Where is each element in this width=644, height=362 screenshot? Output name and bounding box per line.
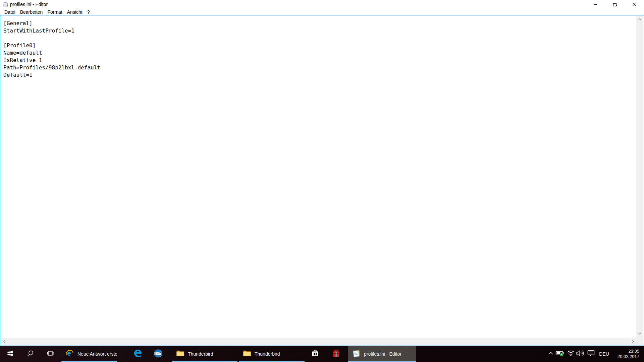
task-view-icon bbox=[47, 350, 54, 358]
scroll-left-icon[interactable] bbox=[2, 339, 7, 346]
editor-line: Path=Profiles/98p2lbxl.default bbox=[3, 64, 637, 71]
editor-line bbox=[3, 35, 637, 42]
thunderbird-icon bbox=[154, 349, 163, 359]
menu-format[interactable]: Format bbox=[45, 9, 64, 15]
chevron-up-icon bbox=[548, 351, 553, 357]
taskbar-ie-label: Neue Antwort erste… bbox=[77, 351, 117, 357]
scroll-down-icon[interactable] bbox=[637, 330, 642, 337]
notepad-icon bbox=[352, 349, 361, 359]
speaker-icon bbox=[576, 350, 585, 358]
vertical-scrollbar[interactable] bbox=[636, 16, 643, 339]
restore-button[interactable] bbox=[605, 0, 625, 9]
taskbar-explorer-label: Thunderbird bbox=[188, 351, 213, 357]
wifi-icon bbox=[567, 350, 575, 358]
editor-line: IsRelative=1 bbox=[3, 57, 637, 64]
action-center-icon bbox=[587, 349, 595, 359]
menu-bearbeiten[interactable]: Bearbeiten bbox=[18, 9, 45, 15]
window-title: profiles.ini - Editor bbox=[10, 2, 48, 7]
taskbar-notepad-window[interactable]: profiles.ini - Editor bbox=[348, 346, 416, 362]
window-controls bbox=[586, 0, 644, 9]
title-bar[interactable]: profiles.ini - Editor bbox=[0, 0, 644, 9]
taskbar-thunderbird-button[interactable] bbox=[148, 346, 168, 362]
notepad-icon bbox=[2, 2, 8, 7]
editor-client-area: [General] StartWithLastProfile=1 [Profil… bbox=[0, 15, 644, 346]
editor-line: Name=default bbox=[3, 49, 637, 57]
tray-chevron-button[interactable] bbox=[546, 346, 555, 362]
taskbar-ie-window[interactable]: e Neue Antwort erste… bbox=[61, 346, 117, 362]
taskbar-store-button[interactable] bbox=[305, 346, 325, 362]
action-center-button[interactable] bbox=[586, 346, 596, 362]
taskbar-edge-button[interactable] bbox=[128, 346, 148, 362]
taskbar-notepad-label: profiles.ini - Editor bbox=[364, 351, 401, 357]
battery-saver-icon bbox=[555, 349, 565, 359]
start-button[interactable] bbox=[0, 346, 20, 362]
folder-icon bbox=[243, 350, 251, 358]
tray-network-button[interactable] bbox=[566, 346, 576, 362]
editor-line: [General] bbox=[3, 20, 637, 27]
search-icon bbox=[27, 350, 34, 358]
search-button[interactable] bbox=[20, 346, 40, 362]
language-code: DEU bbox=[599, 351, 609, 357]
menu-hilfe[interactable]: ? bbox=[85, 9, 92, 15]
clock-time: 23:35 bbox=[628, 349, 639, 354]
edge-icon bbox=[133, 349, 143, 359]
horizontal-scrollbar[interactable] bbox=[1, 338, 637, 345]
language-indicator[interactable]: DEU bbox=[598, 346, 610, 362]
taskbar: e Neue Antwort erste… bbox=[0, 346, 644, 362]
editor-line: Default=1 bbox=[3, 71, 637, 79]
task-view-button[interactable] bbox=[40, 346, 60, 362]
menu-datei[interactable]: Datei bbox=[2, 9, 18, 15]
clock[interactable]: 23:35 20.02.2017 bbox=[618, 346, 639, 362]
menu-ansicht[interactable]: Ansicht bbox=[65, 9, 85, 15]
scroll-up-icon[interactable] bbox=[637, 17, 642, 24]
taskbar-explorer-label: Thunderbird bbox=[255, 351, 280, 357]
scrollbar-corner bbox=[636, 338, 643, 345]
svg-text:e: e bbox=[67, 349, 71, 357]
minimize-button[interactable] bbox=[586, 0, 605, 9]
tray-battery-button[interactable] bbox=[554, 346, 566, 362]
close-button[interactable] bbox=[625, 0, 644, 9]
notepad-window: profiles.ini - Editor bbox=[0, 0, 644, 346]
taskbar-explorer-window-2[interactable]: Thunderbird bbox=[239, 346, 305, 362]
windows-logo-icon bbox=[7, 350, 13, 358]
scroll-right-icon[interactable] bbox=[630, 339, 635, 346]
gift-icon bbox=[332, 349, 340, 359]
editor-line: StartWithLastProfile=1 bbox=[3, 27, 637, 35]
taskbar-gift-app-button[interactable] bbox=[326, 346, 346, 362]
windows-store-icon bbox=[311, 349, 320, 359]
screen: profiles.ini - Editor bbox=[0, 0, 644, 362]
menu-bar: Datei Bearbeiten Format Ansicht ? bbox=[0, 9, 644, 15]
editor-line: [Profile0] bbox=[3, 42, 637, 49]
clock-date: 20.02.2017 bbox=[618, 354, 639, 359]
internet-explorer-icon: e bbox=[65, 349, 74, 359]
tray-volume-button[interactable] bbox=[575, 346, 586, 362]
taskbar-explorer-window-1[interactable]: Thunderbird bbox=[172, 346, 237, 362]
text-editor[interactable]: [General] StartWithLastProfile=1 [Profil… bbox=[1, 16, 637, 339]
folder-icon bbox=[176, 350, 184, 358]
